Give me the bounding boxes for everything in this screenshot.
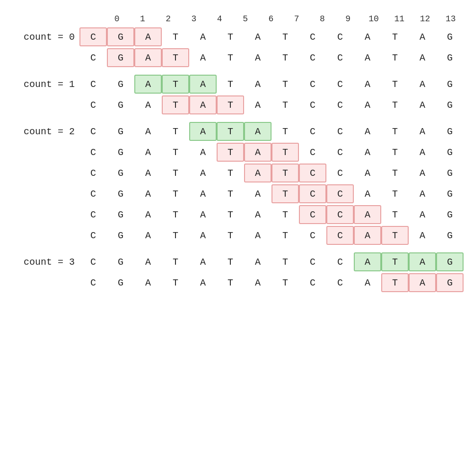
sequence-chars-0: CGATATATCCATAG	[79, 27, 464, 46]
char-4-7: T	[272, 122, 299, 141]
char-8-6: A	[244, 205, 272, 224]
main-container: 012345678910111213 count = 0CGATATATCCAT…	[9, 9, 464, 292]
char-5-0: C	[79, 143, 107, 162]
char-0-4: A	[189, 27, 217, 46]
char-7-11: T	[381, 184, 409, 203]
char-9-0: C	[79, 226, 107, 245]
char-2-3: T	[162, 75, 189, 94]
char-1-1: G	[107, 48, 134, 67]
char-7-13: G	[436, 184, 464, 203]
char-8-2: A	[134, 205, 162, 224]
char-7-2: A	[134, 184, 162, 203]
char-0-11: T	[381, 27, 409, 46]
char-9-4: A	[189, 226, 217, 245]
char-10-9: C	[326, 252, 354, 271]
index-cell-12: 12	[412, 14, 438, 24]
char-11-0: C	[79, 273, 107, 292]
char-2-1: G	[107, 75, 134, 94]
char-7-7: T	[272, 184, 299, 203]
char-6-1: G	[107, 164, 134, 182]
sequence-chars-3: CGATATATCCATAG	[79, 95, 464, 114]
sequence-row-3: CGATATATCCATAG	[9, 95, 464, 114]
char-10-3: T	[162, 252, 189, 271]
char-9-13: G	[436, 226, 464, 245]
char-3-2: A	[134, 95, 162, 114]
char-5-7: T	[272, 143, 299, 162]
char-5-10: A	[354, 143, 381, 162]
index-cell-8: 8	[309, 14, 335, 24]
sequence-row-8: CGATATATCCATAG	[9, 205, 464, 224]
row-label-4: count = 2	[9, 126, 79, 137]
char-6-7: T	[272, 164, 299, 182]
char-5-6: A	[244, 143, 272, 162]
index-cell-2: 2	[156, 14, 181, 24]
char-11-11: T	[381, 273, 409, 292]
char-2-6: A	[244, 75, 272, 94]
char-9-3: T	[162, 226, 189, 245]
char-1-6: A	[244, 48, 272, 67]
index-cell-0: 0	[104, 14, 130, 24]
char-6-9: C	[326, 164, 354, 182]
char-8-8: C	[299, 205, 326, 224]
char-6-5: T	[217, 164, 244, 182]
char-1-12: A	[409, 48, 436, 67]
index-cell-10: 10	[361, 14, 386, 24]
char-5-1: G	[107, 143, 134, 162]
char-6-10: A	[354, 164, 381, 182]
char-4-6: A	[244, 122, 272, 141]
char-3-5: T	[217, 95, 244, 114]
char-9-1: G	[107, 226, 134, 245]
char-10-2: A	[134, 252, 162, 271]
index-header: 012345678910111213	[9, 14, 464, 24]
char-6-6: A	[244, 164, 272, 182]
char-9-9: C	[326, 226, 354, 245]
sequence-chars-11: CGATATATCCATAG	[79, 273, 464, 292]
index-cell-4: 4	[207, 14, 232, 24]
char-6-12: A	[409, 164, 436, 182]
char-0-2: A	[134, 27, 162, 46]
char-4-11: T	[381, 122, 409, 141]
sequence-chars-8: CGATATATCCATAG	[79, 205, 464, 224]
char-0-10: A	[354, 27, 381, 46]
char-7-12: A	[409, 184, 436, 203]
sequence-chars-9: CGATATATCCATAG	[79, 226, 464, 245]
char-3-6: A	[244, 95, 272, 114]
char-0-13: G	[436, 27, 464, 46]
char-0-1: G	[107, 27, 134, 46]
char-11-4: A	[189, 273, 217, 292]
sequence-chars-2: CGATATATCCATAG	[79, 75, 464, 94]
sequence-chars-5: CGATATATCCATAG	[79, 143, 464, 162]
char-9-6: A	[244, 226, 272, 245]
char-2-12: A	[409, 75, 436, 94]
char-11-2: A	[134, 273, 162, 292]
char-8-9: C	[326, 205, 354, 224]
char-4-4: A	[189, 122, 217, 141]
char-5-3: T	[162, 143, 189, 162]
char-0-6: A	[244, 27, 272, 46]
char-10-7: T	[272, 252, 299, 271]
char-8-3: T	[162, 205, 189, 224]
char-5-13: G	[436, 143, 464, 162]
index-cell-9: 9	[335, 14, 361, 24]
char-1-2: A	[134, 48, 162, 67]
char-11-3: T	[162, 273, 189, 292]
sequence-row-1: CGATATATCCATAG	[9, 48, 464, 67]
char-1-4: A	[189, 48, 217, 67]
char-11-13: G	[436, 273, 464, 292]
char-0-9: C	[326, 27, 354, 46]
sequence-row-5: CGATATATCCATAG	[9, 143, 464, 162]
char-10-4: A	[189, 252, 217, 271]
char-10-8: C	[299, 252, 326, 271]
char-6-11: T	[381, 164, 409, 182]
char-3-8: C	[299, 95, 326, 114]
char-2-8: C	[299, 75, 326, 94]
char-9-5: T	[217, 226, 244, 245]
char-5-5: T	[217, 143, 244, 162]
char-8-12: A	[409, 205, 436, 224]
row-label-0: count = 0	[9, 32, 79, 43]
char-1-8: C	[299, 48, 326, 67]
char-0-3: T	[162, 27, 189, 46]
char-9-12: A	[409, 226, 436, 245]
char-4-2: A	[134, 122, 162, 141]
char-4-13: G	[436, 122, 464, 141]
